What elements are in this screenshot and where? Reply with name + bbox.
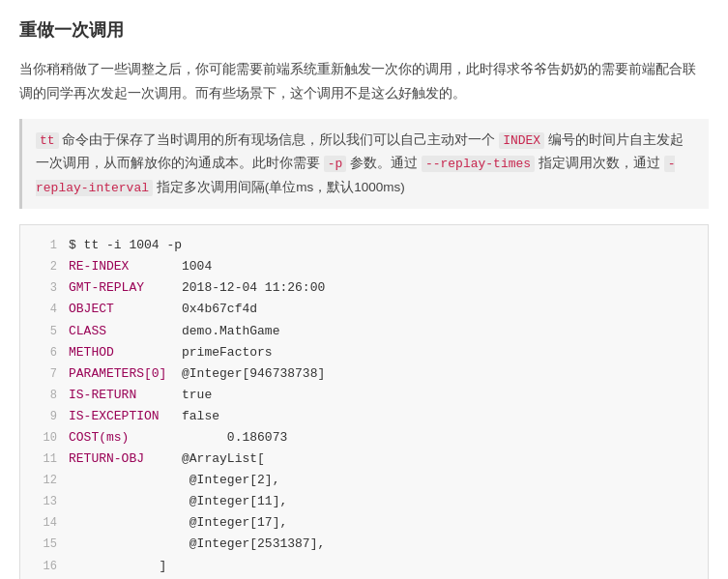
code-line: 15 @Integer[2531387], xyxy=(34,534,694,555)
line-number: 12 xyxy=(34,470,57,490)
code-content: CLASS demo.MathGame xyxy=(69,321,694,342)
code-content: IS-EXCEPTION false xyxy=(69,406,694,427)
code-content: OBJECT 0x4b67cf4d xyxy=(69,299,694,320)
line-number: 5 xyxy=(34,321,57,341)
line-number: 13 xyxy=(34,491,57,511)
code-content: GMT-REPLAY 2018-12-04 11:26:00 xyxy=(69,277,694,299)
line-number: 8 xyxy=(34,385,57,405)
code-line: 1$ tt -i 1004 -p xyxy=(34,235,694,256)
info-box: tt 命令由于保存了当时调用的所有现场信息，所以我们可以自己主动对一个 INDE… xyxy=(19,119,709,209)
code-content: $ tt -i 1004 -p xyxy=(69,235,694,256)
line-number: 11 xyxy=(34,449,57,469)
page-title: 重做一次调用 xyxy=(19,15,709,45)
intro-paragraph: 当你稍稍做了一些调整之后，你可能需要前端系统重新触发一次你的调用，此时得求爷爷告… xyxy=(19,57,709,105)
code-content: @Integer[2], xyxy=(69,470,694,491)
code-content: ] xyxy=(69,556,694,577)
line-number: 7 xyxy=(34,363,57,384)
code-line: 5CLASS demo.MathGame xyxy=(34,321,694,342)
code-content: RE-INDEX 1004 xyxy=(69,256,694,277)
line-number: 14 xyxy=(34,512,57,533)
code-line: 3GMT-REPLAY 2018-12-04 11:26:00 xyxy=(34,277,694,299)
code-line: 14 @Integer[17], xyxy=(34,512,694,534)
line-number: 15 xyxy=(34,534,57,554)
code-line: 10COST(ms) 0.186073 xyxy=(34,427,694,449)
code-line: 2RE-INDEX 1004 xyxy=(34,256,694,277)
code-content: @Integer[17], xyxy=(69,512,694,534)
code-line: 9IS-EXCEPTION false xyxy=(34,406,694,427)
code-line: 16 ] xyxy=(34,556,694,577)
code-line: 7PARAMETERS[0] @Integer[946738738] xyxy=(34,363,694,385)
line-number: 2 xyxy=(34,256,57,276)
code-line: 8IS-RETURN true xyxy=(34,385,694,406)
line-number: 4 xyxy=(34,299,57,319)
code-content: @Integer[11], xyxy=(69,491,694,512)
code-content: COST(ms) 0.186073 xyxy=(69,427,694,449)
line-number: 6 xyxy=(34,342,57,362)
code-line: 4OBJECT 0x4b67cf4d xyxy=(34,299,694,320)
line-number: 10 xyxy=(34,427,57,448)
code-line: 12 @Integer[2], xyxy=(34,470,694,491)
code-block: 1$ tt -i 1004 -p2RE-INDEX 10043GMT-REPLA… xyxy=(19,224,709,579)
code-content: PARAMETERS[0] @Integer[946738738] xyxy=(69,363,694,385)
code-line: 11RETURN-OBJ @ArrayList[ xyxy=(34,449,694,470)
line-number: 16 xyxy=(34,556,57,576)
line-number: 1 xyxy=(34,235,57,255)
code-content: RETURN-OBJ @ArrayList[ xyxy=(69,449,694,470)
line-number: 9 xyxy=(34,406,57,426)
code-content: METHOD primeFactors xyxy=(69,342,694,363)
code-content: IS-RETURN true xyxy=(69,385,694,406)
line-number: 3 xyxy=(34,277,57,298)
info-text: tt 命令由于保存了当时调用的所有现场信息，所以我们可以自己主动对一个 INDE… xyxy=(36,132,684,194)
code-line: 13 @Integer[11], xyxy=(34,491,694,512)
code-content: @Integer[2531387], xyxy=(69,534,694,555)
code-line: 6METHOD primeFactors xyxy=(34,342,694,363)
